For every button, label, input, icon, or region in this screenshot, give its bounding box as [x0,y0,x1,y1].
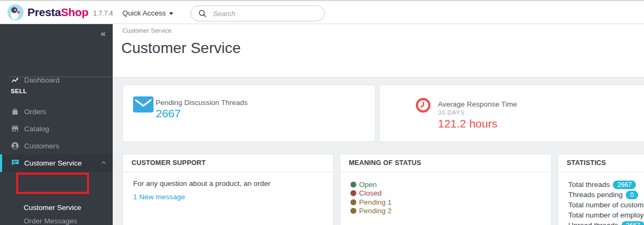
card-divider [340,172,551,172]
kpi-card-pending-threads: Pending Discussion Threads 2667 [122,85,376,142]
card-title: MEANING OF STATUS [349,159,421,167]
breadcrumb: Customer Service [122,27,171,34]
stat-row-unread-threads: Unread threads 2667 [568,220,644,225]
card-title: STATISTICS [567,159,606,167]
sidebar-subitem-label: Order Messages [24,217,77,225]
sidebar-item-label: Customers [24,142,59,150]
sidebar: « Dashboard SELL Orders Catalog [0,24,113,225]
kpi-sublabel: 30 DAYS [438,109,465,116]
stat-row-total-customers: Total number of customers [568,200,644,210]
kpi-label: Average Response Time [438,100,517,108]
status-dot [350,199,356,205]
stat-label: Unread threads [568,221,618,225]
stat-row-total-threads: Total threads 2667 [568,179,644,190]
kpi-value: 2667 [156,107,181,120]
brand-shop: Shop [61,6,88,18]
clock-icon [415,98,431,115]
stat-label: Threads pending [568,191,623,199]
sidebar-section-sell: SELL [11,88,27,94]
chevron-down-icon [169,12,173,15]
stat-label: Total number of customers [568,201,644,209]
sidebar-divider [9,77,113,77]
sidebar-item-label: Catalog [24,125,49,133]
statistics-card: STATISTICS Total threads 2667 Threads pe… [558,154,644,225]
sidebar-subitem-customer-service[interactable]: Customer Service [0,201,113,214]
sidebar-subitem-order-messages[interactable]: Order Messages [0,214,113,225]
new-message-link[interactable]: 1 New message [133,193,185,201]
customer-support-text: For any question about a product, an ord… [133,179,270,188]
search-box[interactable] [191,5,325,21]
sidebar-collapse-button[interactable]: « [101,28,105,39]
prestashop-logo[interactable]: PrestaShop 1.7.7.4 [8,4,113,20]
sidebar-item-customers[interactable]: Customers [0,137,113,154]
top-header-bar: PrestaShop 1.7.7.4 Quick Access [0,0,644,24]
stat-row-total-employees: Total number of employees [568,210,644,220]
sidebar-item-customer-service[interactable]: Customer Service [0,154,113,172]
quick-access-dropdown[interactable]: Quick Access [122,1,173,25]
status-label: Closed [359,189,382,197]
status-dot [350,190,356,196]
stat-badge: 0 [626,191,638,199]
version-label: 1.7.7.4 [93,10,113,17]
prestashop-mascot-icon [8,4,24,20]
status-label: Pending 2 [359,207,392,215]
card-divider [123,172,333,172]
chat-bubble-icon [11,159,20,168]
status-label: Pending 1 [359,198,392,206]
sidebar-subitem-label: Customer Service [24,204,81,212]
search-icon [198,9,207,18]
status-label: Open [359,181,377,189]
status-row-pending2: Pending 2 [350,207,392,216]
kpi-value: 121.2 hours [438,117,497,130]
stat-badge: 2667 [621,221,644,225]
card-divider [558,172,644,172]
status-row-open: Open [350,180,392,189]
sidebar-item-orders[interactable]: Orders [0,103,113,120]
status-list: Open Closed Pending 1 Pending 2 [350,180,392,215]
shopping-bag-icon [11,107,20,116]
sidebar-item-label: Orders [24,108,46,116]
page-title: Customer Service [121,40,241,57]
quick-access-label: Quick Access [122,9,166,17]
user-circle-icon [11,141,20,151]
search-input[interactable] [213,10,310,18]
card-title: CUSTOMER SUPPORT [131,159,206,167]
stat-row-threads-pending: Threads pending 0 [568,190,644,200]
meaning-of-status-card: MEANING OF STATUS Open Closed Pending 1 … [340,154,552,225]
chevron-up-icon [100,160,107,168]
statistics-list: Total threads 2667 Threads pending 0 Tot… [568,179,644,225]
status-row-pending1: Pending 1 [350,198,392,207]
kpi-label: Pending Discussion Threads [156,99,248,107]
sidebar-item-catalog[interactable]: Catalog [0,120,113,137]
status-dot [350,208,356,214]
customer-support-card: CUSTOMER SUPPORT For any question about … [122,154,334,225]
envelope-icon [133,96,153,115]
brand-presta: Presta [27,6,61,18]
sidebar-item-label: Customer Service [24,159,82,167]
status-dot [350,182,356,188]
stat-badge: 2667 [613,181,636,189]
stat-label: Total threads [568,181,610,189]
status-row-closed: Closed [350,189,392,198]
kpi-card-average-response-time: Average Response Time 30 DAYS 121.2 hour… [379,85,644,142]
store-icon [11,124,20,133]
sidebar-item-dashboard[interactable]: Dashboard [0,71,113,88]
stat-label: Total number of employees [568,211,644,219]
